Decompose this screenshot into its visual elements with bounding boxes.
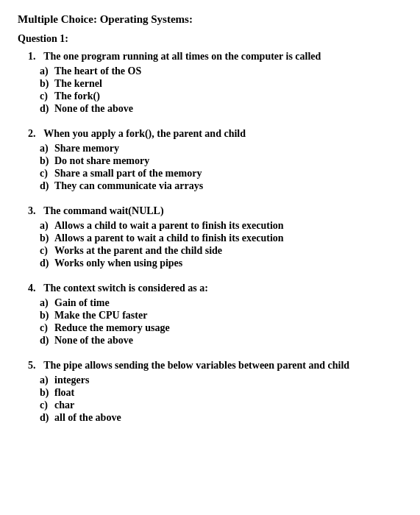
answer-list-3: a)Allows a child to wait a parent to fin… bbox=[18, 220, 402, 269]
answer-text-2-1: Share memory bbox=[54, 143, 119, 154]
question-number-5: 5. bbox=[28, 360, 41, 372]
question-block-5: 5. The pipe allows sending the below var… bbox=[18, 360, 402, 424]
answer-item-4-2: b)Make the CPU faster bbox=[40, 310, 402, 322]
answer-list-1: a)The heart of the OSb)The kernelc)The f… bbox=[18, 65, 402, 115]
answer-letter-5-2: b) bbox=[40, 387, 54, 399]
question-number-3: 3. bbox=[28, 205, 41, 217]
answer-letter-2-3: c) bbox=[40, 168, 54, 180]
answer-text-5-4: all of the above bbox=[54, 412, 121, 424]
question-text-1: 1. The one program running at all times … bbox=[18, 51, 402, 63]
answer-text-4-3: Reduce the memory usage bbox=[54, 322, 170, 334]
answer-item-4-3: c)Reduce the memory usage bbox=[40, 322, 402, 334]
answer-letter-4-1: a) bbox=[40, 297, 54, 309]
answer-item-2-1: a)Share memory bbox=[40, 143, 402, 154]
answer-letter-3-2: b) bbox=[40, 232, 54, 244]
question-block-4: 4. The context switch is considered as a… bbox=[18, 283, 402, 347]
page-title: Multiple Choice: Operating Systems: bbox=[18, 13, 402, 26]
answer-item-2-4: d)They can communicate via arrays bbox=[40, 180, 402, 192]
answer-text-3-1: Allows a child to wait a parent to finis… bbox=[54, 220, 284, 232]
answer-text-1-4: None of the above bbox=[54, 103, 133, 115]
answer-letter-1-2: b) bbox=[40, 78, 54, 90]
answer-item-2-3: c)Share a small part of the memory bbox=[40, 168, 402, 180]
answer-text-3-4: Works only when using pipes bbox=[54, 258, 182, 269]
answer-letter-3-1: a) bbox=[40, 220, 54, 232]
answer-text-2-4: They can communicate via arrays bbox=[54, 180, 203, 192]
answer-letter-4-2: b) bbox=[40, 310, 54, 322]
question-number-4: 4. bbox=[28, 283, 41, 294]
answer-text-5-2: float bbox=[54, 387, 74, 399]
question-text-5: 5. The pipe allows sending the below var… bbox=[18, 360, 402, 372]
question-text-3: 3. The command wait(NULL) bbox=[18, 205, 402, 217]
answer-item-1-2: b)The kernel bbox=[40, 78, 402, 90]
question-number-1: 1. bbox=[28, 51, 41, 63]
question-text-4: 4. The context switch is considered as a… bbox=[18, 283, 402, 294]
answer-letter-2-1: a) bbox=[40, 143, 54, 154]
answer-item-1-4: d)None of the above bbox=[40, 103, 402, 115]
answer-letter-2-2: b) bbox=[40, 155, 54, 167]
answer-item-5-2: b)float bbox=[40, 387, 402, 399]
question-block-3: 3. The command wait(NULL)a)Allows a chil… bbox=[18, 205, 402, 269]
answer-text-4-1: Gain of time bbox=[54, 297, 110, 309]
answer-text-2-2: Do not share memory bbox=[54, 155, 149, 167]
answer-item-4-4: d)None of the above bbox=[40, 335, 402, 347]
answer-letter-5-1: a) bbox=[40, 374, 54, 386]
answer-item-2-2: b)Do not share memory bbox=[40, 155, 402, 167]
answer-list-4: a)Gain of timeb)Make the CPU fasterc)Red… bbox=[18, 297, 402, 347]
answer-list-2: a)Share memoryb)Do not share memoryc)Sha… bbox=[18, 143, 402, 192]
answer-text-3-3: Works at the parent and the child side bbox=[54, 245, 222, 257]
answer-text-1-2: The kernel bbox=[54, 78, 102, 90]
answer-text-3-2: Allows a parent to wait a child to finis… bbox=[54, 232, 284, 244]
answer-text-4-2: Make the CPU faster bbox=[54, 310, 147, 322]
answer-list-5: a)integersb)floatc)chard)all of the abov… bbox=[18, 374, 402, 424]
answer-text-5-3: char bbox=[54, 399, 74, 411]
question-number-2: 2. bbox=[28, 128, 41, 140]
answer-item-5-4: d)all of the above bbox=[40, 412, 402, 424]
answer-item-5-3: c)char bbox=[40, 399, 402, 411]
answer-text-1-1: The heart of the OS bbox=[54, 65, 141, 77]
question-block-1: 1. The one program running at all times … bbox=[18, 51, 402, 115]
answer-letter-1-4: d) bbox=[40, 103, 54, 115]
question-block-2: 2. When you apply a fork(), the parent a… bbox=[18, 128, 402, 192]
answer-text-1-3: The fork() bbox=[54, 90, 100, 102]
answer-item-1-3: c)The fork() bbox=[40, 90, 402, 102]
answer-letter-5-4: d) bbox=[40, 412, 54, 424]
answer-letter-3-4: d) bbox=[40, 258, 54, 269]
question-text-2: 2. When you apply a fork(), the parent a… bbox=[18, 128, 402, 140]
answer-item-3-1: a)Allows a child to wait a parent to fin… bbox=[40, 220, 402, 232]
question-label: Question 1: bbox=[18, 33, 402, 45]
answer-text-5-1: integers bbox=[54, 374, 89, 386]
answer-item-5-1: a)integers bbox=[40, 374, 402, 386]
answer-item-3-2: b)Allows a parent to wait a child to fin… bbox=[40, 232, 402, 244]
answer-text-4-4: None of the above bbox=[54, 335, 133, 347]
answer-item-4-1: a)Gain of time bbox=[40, 297, 402, 309]
answer-letter-2-4: d) bbox=[40, 180, 54, 192]
answer-letter-1-1: a) bbox=[40, 65, 54, 77]
answer-text-2-3: Share a small part of the memory bbox=[54, 168, 202, 180]
answer-item-1-1: a)The heart of the OS bbox=[40, 65, 402, 77]
answer-letter-3-3: c) bbox=[40, 245, 54, 257]
answer-letter-5-3: c) bbox=[40, 399, 54, 411]
answer-item-3-4: d)Works only when using pipes bbox=[40, 258, 402, 269]
answer-letter-1-3: c) bbox=[40, 90, 54, 102]
answer-letter-4-3: c) bbox=[40, 322, 54, 334]
answer-item-3-3: c)Works at the parent and the child side bbox=[40, 245, 402, 257]
answer-letter-4-4: d) bbox=[40, 335, 54, 347]
